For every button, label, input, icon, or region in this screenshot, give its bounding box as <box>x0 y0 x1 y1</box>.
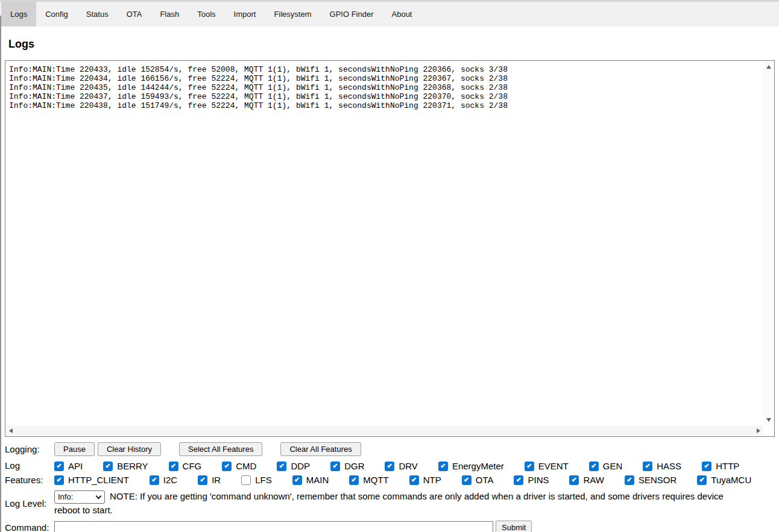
checkbox-checked-icon[interactable]: ✔ <box>222 462 232 471</box>
tab-filesystem[interactable]: Filesystem <box>265 2 320 27</box>
scroll-right-icon[interactable] <box>757 428 760 433</box>
feature-label: NTP <box>423 475 441 485</box>
log-controls: Logging: PauseClear HistorySelect All Fe… <box>5 442 779 532</box>
checkbox-checked-icon[interactable]: ✔ <box>330 462 340 471</box>
feature-label: MQTT <box>363 475 389 485</box>
horizontal-scrollbar[interactable] <box>6 425 763 436</box>
feature-i2c[interactable]: ✔I2C <box>150 475 177 485</box>
tab-status[interactable]: Status <box>77 2 118 27</box>
feature-ir[interactable]: ✔IR <box>198 475 221 485</box>
checkbox-checked-icon[interactable]: ✔ <box>292 475 302 485</box>
log-output[interactable]: Info:MAIN:Time 220433, idle 152854/s, fr… <box>5 60 775 437</box>
submit-button[interactable]: Submit <box>496 521 532 532</box>
checkbox-checked-icon[interactable]: ✔ <box>514 475 523 485</box>
checkbox-checked-icon[interactable]: ✔ <box>349 475 359 485</box>
feature-label: OTA <box>476 475 494 485</box>
scroll-left-icon[interactable] <box>9 428 13 433</box>
logging-label: Logging: <box>5 444 54 454</box>
log-level-row: Log Level: Info: NOTE: If you are gettin… <box>5 490 779 517</box>
tab-about[interactable]: About <box>383 2 421 27</box>
tab-config[interactable]: Config <box>36 2 77 27</box>
checkbox-unchecked-icon[interactable] <box>241 475 251 485</box>
checkbox-checked-icon[interactable]: ✔ <box>643 462 652 471</box>
feature-http[interactable]: ✔HTTP <box>702 461 739 471</box>
feature-ddp[interactable]: ✔DDP <box>277 461 310 471</box>
feature-label: CMD <box>236 461 256 471</box>
feature-label: TuyaMCU <box>711 475 751 485</box>
feature-label: DGR <box>344 461 364 471</box>
feature-label: EVENT <box>538 461 569 471</box>
checkbox-checked-icon[interactable]: ✔ <box>54 462 64 471</box>
feature-cmd[interactable]: ✔CMD <box>222 461 256 471</box>
tab-ota[interactable]: OTA <box>118 2 151 27</box>
log-line: Info:MAIN:Time 220435, idle 144244/s, fr… <box>9 83 763 92</box>
feature-label: GEN <box>603 461 623 471</box>
tab-import[interactable]: Import <box>225 2 265 27</box>
feature-mqtt[interactable]: ✔MQTT <box>349 475 389 485</box>
page-title: Logs <box>8 38 779 51</box>
checkbox-checked-icon[interactable]: ✔ <box>198 475 207 485</box>
feature-label: RAW <box>583 475 604 485</box>
tab-flash[interactable]: Flash <box>151 2 188 27</box>
feature-cfg[interactable]: ✔CFG <box>169 461 202 471</box>
feature-api[interactable]: ✔API <box>54 461 83 471</box>
checkbox-checked-icon[interactable]: ✔ <box>409 475 419 485</box>
logging-row: Logging: PauseClear HistorySelect All Fe… <box>5 442 779 456</box>
feature-label: HTTP <box>716 461 739 471</box>
command-label: Command: <box>5 522 54 532</box>
feature-ntp[interactable]: ✔NTP <box>409 475 441 485</box>
tab-tools[interactable]: Tools <box>188 2 224 27</box>
checkbox-checked-icon[interactable]: ✔ <box>702 462 711 471</box>
checkbox-checked-icon[interactable]: ✔ <box>150 475 159 485</box>
feature-label: PINS <box>528 475 549 485</box>
command-input[interactable] <box>54 521 493 532</box>
feature-label: HASS <box>657 461 681 471</box>
checkbox-checked-icon[interactable]: ✔ <box>103 462 113 471</box>
feature-tuyamcu[interactable]: ✔TuyaMCU <box>697 475 751 485</box>
pause-button[interactable]: Pause <box>54 442 95 456</box>
tab-logs[interactable]: Logs <box>1 2 36 27</box>
feature-gen[interactable]: ✔GEN <box>589 461 623 471</box>
log-features-label: Log Features: <box>5 460 54 486</box>
feature-sensor[interactable]: ✔SENSOR <box>625 475 676 485</box>
checkbox-checked-icon[interactable]: ✔ <box>277 462 286 471</box>
clear-history-button[interactable]: Clear History <box>98 442 161 456</box>
scroll-down-icon[interactable] <box>766 418 771 422</box>
scroll-up-icon[interactable] <box>766 65 771 69</box>
checkbox-checked-icon[interactable]: ✔ <box>589 462 599 471</box>
log-line: Info:MAIN:Time 220434, idle 166156/s, fr… <box>9 74 763 83</box>
command-row: Command: Submit <box>5 521 779 532</box>
feature-event[interactable]: ✔EVENT <box>525 461 569 471</box>
select-all-features-button[interactable]: Select All Features <box>179 442 262 456</box>
checkbox-checked-icon[interactable]: ✔ <box>697 475 707 485</box>
feature-energymeter[interactable]: ✔EnergyMeter <box>438 461 504 471</box>
feature-row-2: ✔HTTP_CLIENT✔I2C✔IRLFS✔MAIN✔MQTT✔NTP✔OTA… <box>54 474 751 486</box>
checkbox-checked-icon[interactable]: ✔ <box>525 462 534 471</box>
feature-label: DRV <box>399 461 417 471</box>
checkbox-checked-icon[interactable]: ✔ <box>569 475 579 485</box>
window-left-edge <box>0 16 1 532</box>
checkbox-checked-icon[interactable]: ✔ <box>54 475 64 485</box>
checkbox-checked-icon[interactable]: ✔ <box>169 462 178 471</box>
checkbox-checked-icon[interactable]: ✔ <box>438 462 448 471</box>
feature-dgr[interactable]: ✔DGR <box>330 461 364 471</box>
log-level-select[interactable]: Info: <box>54 490 105 504</box>
feature-berry[interactable]: ✔BERRY <box>103 461 148 471</box>
feature-label: HTTP_CLIENT <box>68 475 129 485</box>
checkbox-checked-icon[interactable]: ✔ <box>625 475 634 485</box>
feature-lfs[interactable]: LFS <box>241 475 272 485</box>
feature-drv[interactable]: ✔DRV <box>385 461 417 471</box>
feature-http-client[interactable]: ✔HTTP_CLIENT <box>54 475 129 485</box>
feature-label: LFS <box>255 475 272 485</box>
checkbox-checked-icon[interactable]: ✔ <box>462 475 472 485</box>
feature-main[interactable]: ✔MAIN <box>292 475 329 485</box>
feature-hass[interactable]: ✔HASS <box>643 461 681 471</box>
feature-pins[interactable]: ✔PINS <box>514 475 549 485</box>
checkbox-checked-icon[interactable]: ✔ <box>385 462 394 471</box>
vertical-scrollbar[interactable] <box>763 61 774 425</box>
clear-all-features-button[interactable]: Clear All Features <box>280 442 361 456</box>
tab-gpio-finder[interactable]: GPIO Finder <box>321 2 383 27</box>
feature-ota[interactable]: ✔OTA <box>462 475 494 485</box>
feature-label: CFG <box>183 461 202 471</box>
feature-raw[interactable]: ✔RAW <box>569 475 604 485</box>
